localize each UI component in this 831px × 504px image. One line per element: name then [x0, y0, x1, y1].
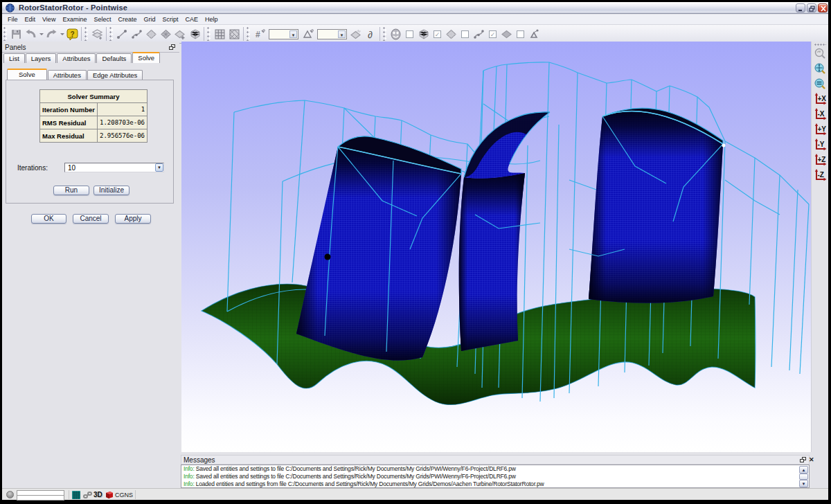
connector-icon[interactable]: [115, 27, 129, 42]
tab-solve[interactable]: Solve: [7, 69, 47, 80]
combo-arrow-icon[interactable]: ▾: [338, 30, 346, 38]
grid-structured-icon[interactable]: [213, 27, 227, 42]
view-minusX-button[interactable]: -X: [814, 108, 828, 122]
menu-script[interactable]: Script: [159, 15, 181, 25]
svg-text:+X: +X: [818, 95, 827, 102]
float-panel-icon[interactable]: [169, 44, 176, 51]
toolbar-combo[interactable]: ▾: [269, 29, 298, 39]
restore-button[interactable]: [807, 3, 816, 12]
tab-layers[interactable]: Layers: [26, 53, 57, 63]
menu-grid[interactable]: Grid: [140, 15, 159, 25]
toolbar-handle[interactable]: [3, 27, 7, 41]
block-icon[interactable]: [416, 27, 431, 42]
panels-dock: Panels ListLayersAttributesDefaultsSolve…: [2, 42, 179, 488]
combo-arrow-icon[interactable]: ▾: [289, 30, 297, 38]
vertex-icon[interactable]: [527, 27, 542, 42]
run-button[interactable]: Run: [53, 186, 89, 195]
close-button[interactable]: [818, 3, 828, 12]
angle-icon[interactable]: [301, 27, 315, 42]
toolbar-checkbox[interactable]: [461, 30, 469, 38]
messages-dock: Messages ✕ Info: Saved all entities and …: [179, 452, 812, 488]
solve-subtabs: SolveAttributesEdge Attributes: [7, 69, 143, 80]
app-icon: [6, 3, 15, 12]
apply-button[interactable]: Apply: [115, 214, 151, 224]
toolbar-checkbox[interactable]: [517, 30, 524, 38]
domain-icon[interactable]: [444, 27, 458, 42]
view-plusY-button[interactable]: +Y: [814, 123, 828, 137]
view-minusZ-button[interactable]: -Z: [814, 169, 828, 183]
dimension-icon[interactable]: #: [252, 27, 267, 42]
toolbar-checkbox-checked[interactable]: ✓: [434, 30, 441, 38]
tab-attributes[interactable]: Attributes: [57, 53, 96, 63]
log-line: Info: Loaded entities and settings from …: [181, 480, 809, 488]
cancel-button[interactable]: Cancel: [73, 214, 109, 224]
curve-icon[interactable]: [472, 27, 486, 42]
display-viewport[interactable]: [181, 42, 811, 452]
menu-help[interactable]: Help: [202, 15, 222, 25]
toolbar-checkbox-checked[interactable]: ✓: [489, 30, 497, 38]
row-value: 1: [98, 103, 148, 116]
float-messages-icon[interactable]: [800, 457, 807, 463]
tab-solve[interactable]: Solve: [132, 52, 160, 63]
redo-icon[interactable]: [44, 27, 59, 42]
menu-view[interactable]: View: [39, 15, 59, 25]
view-minusY-button[interactable]: -Y: [814, 138, 828, 152]
main-toolbar: ?#▾▾∂✓✓: [2, 25, 828, 44]
status-field-bottom: [17, 495, 64, 501]
toolbar-handle[interactable]: [207, 27, 211, 41]
messages-scrollbar[interactable]: ▲ ▼: [799, 466, 808, 487]
partial-icon[interactable]: ∂: [364, 27, 378, 42]
scroll-down-icon[interactable]: ▼: [799, 480, 808, 487]
drop-arrow-icon[interactable]: [38, 27, 44, 42]
save-icon[interactable]: [9, 27, 24, 42]
tab-defaults[interactable]: Defaults: [96, 53, 132, 63]
menu-file[interactable]: File: [4, 15, 21, 25]
domain-icon[interactable]: [144, 27, 159, 42]
view-plusZ-button[interactable]: +Z: [814, 154, 828, 168]
menu-create[interactable]: Create: [114, 15, 140, 25]
menu-edit[interactable]: Edit: [21, 15, 39, 25]
drop-arrow-icon[interactable]: [59, 27, 65, 42]
iterations-spin-down[interactable]: ▼: [155, 163, 163, 172]
toolbar-handle[interactable]: [383, 27, 386, 41]
view-toolbar-handle[interactable]: [814, 44, 826, 46]
solver-summary-row: Iteration Number1: [40, 103, 148, 116]
domain-assemble-icon[interactable]: [173, 27, 188, 42]
toolbar-handle[interactable]: [84, 27, 88, 41]
help-icon[interactable]: ?: [65, 27, 80, 42]
menu-select[interactable]: Select: [90, 15, 114, 25]
svg-text:-Y: -Y: [818, 141, 825, 148]
tab-attributes[interactable]: Attributes: [48, 70, 87, 80]
toolbar-handle[interactable]: [247, 27, 250, 41]
grid-unstructured-icon[interactable]: [227, 27, 242, 42]
ok-button[interactable]: OK: [31, 214, 66, 224]
zoom-undo-button[interactable]: [814, 47, 828, 61]
row-value: 1.208703e-06: [98, 116, 148, 129]
stack-icon[interactable]: [90, 27, 105, 42]
toolbar-checkbox[interactable]: [406, 30, 413, 38]
tab-edge-attributes[interactable]: Edge Attributes: [87, 70, 143, 80]
view-plusX-button[interactable]: +X: [814, 93, 828, 107]
minimize-button[interactable]: [796, 3, 805, 12]
toolbar-handle[interactable]: [109, 27, 113, 41]
menu-examine[interactable]: Examine: [59, 15, 90, 25]
tab-list[interactable]: List: [3, 53, 25, 63]
scroll-thumb[interactable]: [799, 474, 808, 480]
scroll-up-icon[interactable]: ▲: [799, 466, 808, 474]
undo-icon[interactable]: [24, 27, 38, 42]
app-window: RotorStatorRotor - Pointwise FileEditVie…: [2, 2, 828, 500]
zoom-fit-button[interactable]: [814, 62, 828, 76]
row-label: RMS Residual: [40, 116, 98, 129]
iterations-spinbox[interactable]: 10 ▼: [64, 163, 164, 172]
close-messages-icon[interactable]: ✕: [809, 456, 814, 463]
curve-icon[interactable]: [129, 27, 144, 42]
block-icon[interactable]: [188, 27, 202, 42]
domain-shaded-icon[interactable]: [499, 27, 514, 42]
toolbar-combo[interactable]: ▾: [317, 29, 347, 39]
surface-wand-icon[interactable]: [349, 27, 364, 42]
mask-icon[interactable]: [388, 27, 403, 42]
initialize-button[interactable]: Initialize: [93, 186, 129, 195]
domain-mesh-icon[interactable]: [159, 27, 173, 42]
zoom-center-button[interactable]: [814, 78, 828, 91]
menu-cae[interactable]: CAE: [181, 15, 202, 25]
